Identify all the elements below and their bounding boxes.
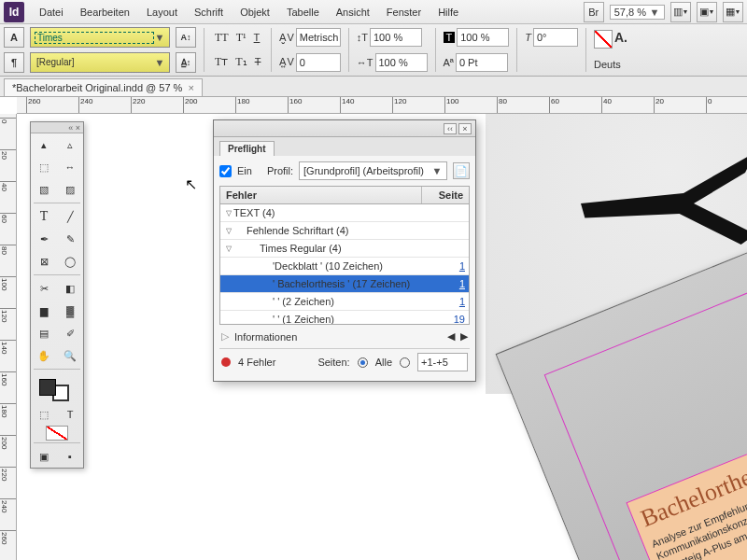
- smallcaps-button[interactable]: Tᴛ: [212, 53, 231, 71]
- menu-fenster[interactable]: Fenster: [379, 3, 429, 21]
- pages-label: Seiten:: [317, 357, 349, 368]
- char-style-icon[interactable]: A.: [614, 30, 627, 49]
- text-fill-icon: T: [444, 32, 456, 43]
- paragraph-mode-toggle[interactable]: ¶: [4, 52, 24, 73]
- fill-stroke-swatch[interactable]: [31, 371, 83, 403]
- strike-button[interactable]: T: [252, 53, 264, 71]
- error-item[interactable]: 'Deckblatt ' (10 Zeichen)1: [220, 258, 469, 275]
- preflight-panel[interactable]: ‹‹ × Preflight Ein Profil: [Grundprofil]…: [213, 119, 476, 382]
- line-tool[interactable]: ╱: [57, 205, 83, 228]
- menu-layout[interactable]: Layout: [139, 3, 185, 21]
- scissors-tool[interactable]: ✂: [31, 277, 57, 300]
- type-tool[interactable]: T: [31, 205, 57, 228]
- content-placer-tool[interactable]: ▨: [57, 178, 83, 201]
- airplane-graphic: [560, 123, 747, 263]
- menu-schrift[interactable]: Schrift: [187, 3, 231, 21]
- menu-hilfe[interactable]: Hilfe: [430, 3, 466, 21]
- format-container-toggle[interactable]: ⬚: [31, 403, 57, 426]
- ruler-vertical[interactable]: 020406080100120140160180200220240260280: [0, 114, 17, 560]
- gradient-swatch-tool[interactable]: ▆: [31, 300, 57, 322]
- error-item[interactable]: ▽TEXT (4): [220, 204, 469, 222]
- preflight-titlebar[interactable]: ‹‹ ×: [214, 120, 475, 137]
- app-icon: Id: [4, 2, 24, 22]
- skew-input[interactable]: 0°: [533, 28, 578, 47]
- content-collector-tool[interactable]: ▧: [31, 178, 57, 201]
- tools-panel-header[interactable]: « ×: [31, 122, 83, 133]
- kerning-dropdown[interactable]: Metrisch: [296, 28, 341, 47]
- note-tool[interactable]: ▤: [31, 322, 57, 344]
- language-dropdown[interactable]: Deuts: [594, 59, 627, 70]
- ellipse-tool[interactable]: ◯: [57, 250, 83, 273]
- preview-mode[interactable]: ▪: [57, 445, 83, 468]
- profile-label: Profil:: [267, 165, 293, 176]
- allcaps-button[interactable]: TT: [212, 29, 232, 47]
- close-tab-icon[interactable]: ×: [188, 82, 193, 93]
- baseline-input[interactable]: 0 Pt: [456, 53, 508, 72]
- free-transform-tool[interactable]: ◧: [57, 277, 83, 300]
- font-family-dropdown[interactable]: Times▼: [30, 27, 170, 48]
- tracking-icon: A͍V: [279, 56, 293, 68]
- apply-none[interactable]: [46, 426, 68, 441]
- prev-error-button[interactable]: ◀: [447, 330, 455, 343]
- gradient-feather-tool[interactable]: ▓: [57, 300, 83, 322]
- view-options-button[interactable]: ▥▼: [670, 2, 691, 22]
- arrange-button[interactable]: ▦▼: [723, 2, 743, 22]
- close-icon[interactable]: ×: [458, 123, 472, 134]
- hscale-input[interactable]: 100 %: [375, 53, 428, 72]
- preflight-tab[interactable]: Preflight: [219, 141, 275, 156]
- pencil-tool[interactable]: ✎: [57, 228, 83, 250]
- control-bar: A ¶ Times▼ [Regular]▼ A↕ A̲↕ TT T¹ T Tᴛ …: [0, 24, 747, 77]
- embed-profile-button[interactable]: 📄: [453, 162, 470, 179]
- eyedropper-tool[interactable]: ✐: [57, 322, 83, 344]
- error-item[interactable]: ' ' (2 Zeichen)1: [220, 293, 469, 311]
- pages-range-radio[interactable]: [400, 357, 410, 368]
- pages-range-input[interactable]: +1-+5: [417, 353, 468, 371]
- underline-button[interactable]: T: [251, 29, 263, 47]
- menu-ansicht[interactable]: Ansicht: [329, 3, 377, 21]
- next-error-button[interactable]: ▶: [460, 330, 468, 343]
- hand-tool[interactable]: ✋: [31, 344, 57, 367]
- error-item[interactable]: ▽Fehlende Schriftart (4): [220, 222, 469, 240]
- gap-tool[interactable]: ↔: [57, 156, 83, 178]
- collapse-icon[interactable]: ‹‹: [444, 123, 457, 134]
- tracking-input[interactable]: 0: [296, 53, 341, 72]
- rectangle-frame-tool[interactable]: ⊠: [31, 250, 57, 273]
- tools-panel[interactable]: « × ▴ ▵ ⬚ ↔ ▧ ▨ T ╱ ✒ ✎ ⊠ ◯ ✂ ◧ ▆ ▓ ▤ ✐ …: [30, 121, 84, 469]
- format-text-toggle[interactable]: T: [57, 403, 83, 426]
- ruler-horizontal[interactable]: 260240220200180160140120100806040200: [17, 97, 747, 114]
- menu-bearbeiten[interactable]: Bearbeiten: [73, 3, 137, 21]
- ein-label: Ein: [237, 165, 252, 176]
- menu-tabelle[interactable]: Tabelle: [279, 3, 327, 21]
- vscale-input[interactable]: 100 %: [370, 28, 422, 47]
- font-style-dropdown[interactable]: [Regular]▼: [30, 52, 170, 73]
- profile-dropdown[interactable]: [Grundprofil] (Arbeitsprofil)▼: [299, 161, 447, 180]
- selection-tool[interactable]: ▴: [31, 133, 57, 156]
- info-section[interactable]: ▷Informationen ◀ ▶: [219, 325, 470, 348]
- menu-objekt[interactable]: Objekt: [233, 3, 277, 21]
- error-list[interactable]: ▽TEXT (4)▽Fehlende Schriftart (4)▽Times …: [219, 203, 470, 325]
- superscript-button[interactable]: T¹: [233, 29, 249, 47]
- page-tool[interactable]: ⬚: [31, 156, 57, 178]
- document-tab[interactable]: *Bachelorarbeit Original.indd @ 57 % ×: [4, 78, 203, 96]
- bridge-button[interactable]: Br: [584, 2, 604, 22]
- screen-mode-button[interactable]: ▣▼: [697, 2, 717, 22]
- character-mode-toggle[interactable]: A: [4, 27, 24, 48]
- error-item[interactable]: ▽Times Regular (4): [220, 240, 469, 258]
- error-item[interactable]: ' ' (1 Zeichen)19: [220, 311, 469, 325]
- direct-selection-tool[interactable]: ▵: [57, 133, 83, 156]
- subscript-button[interactable]: T₁: [233, 53, 249, 71]
- preflight-on-checkbox[interactable]: [219, 165, 232, 177]
- menu-datei[interactable]: Datei: [32, 3, 71, 21]
- document-tabbar: *Bachelorarbeit Original.indd @ 57 % ×: [0, 77, 747, 97]
- error-item[interactable]: ' Bachelorthesis ' (17 Zeichen)1: [220, 275, 469, 293]
- normal-view-mode[interactable]: ▣: [31, 445, 57, 468]
- pen-tool[interactable]: ✒: [31, 228, 57, 250]
- char-fill-swatch[interactable]: [594, 30, 613, 49]
- pages-all-radio[interactable]: [358, 357, 368, 368]
- zoom-level[interactable]: 57,8 %▼: [610, 5, 665, 20]
- skew-icon: T: [525, 32, 531, 43]
- leading-stepper[interactable]: A̲↕: [176, 52, 196, 73]
- font-size-stepper[interactable]: A↕: [176, 27, 196, 48]
- fill-tint-input[interactable]: 100 %: [457, 28, 509, 47]
- zoom-tool[interactable]: 🔍: [57, 344, 83, 367]
